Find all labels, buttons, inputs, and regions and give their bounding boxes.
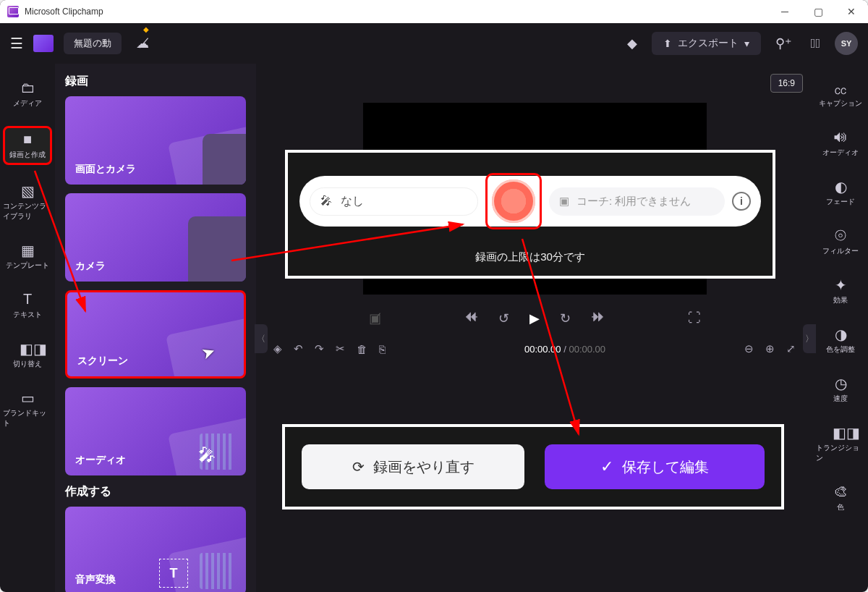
zoom-out-icon[interactable]: ⊖ <box>744 342 754 355</box>
rail-fade[interactable]: ◐フェード <box>816 175 865 210</box>
rail-brand[interactable]: ▭ブランドキット <box>3 386 52 431</box>
filter-icon: ⦾ <box>833 227 848 243</box>
upload-icon: ⬆ <box>663 38 672 49</box>
duplicate-icon[interactable]: ⎘ <box>379 343 386 355</box>
record-overlay: 🎤︎ なし ▣ コーチ: 利用できません i 録画の上限は30分です <box>285 150 775 279</box>
retry-record-button[interactable]: ⟳ 録画をやり直す <box>302 444 524 489</box>
hamburger-menu[interactable]: ☰ <box>10 35 23 52</box>
minimize-button[interactable]: ─ <box>768 0 801 23</box>
rail-library[interactable]: ▧コンテンツライブラリ <box>3 179 52 224</box>
speed-icon: ◷ <box>833 375 848 391</box>
undo-icon[interactable]: ↶ <box>294 342 303 355</box>
collapse-right-button[interactable]: 〉 <box>803 324 816 353</box>
clipchamp-logo <box>33 35 54 52</box>
info-icon[interactable]: i <box>732 192 751 211</box>
rail-transition[interactable]: ◧◨切り替え <box>3 337 52 372</box>
fit-icon[interactable]: ⤢ <box>786 342 796 355</box>
rail-captions[interactable]: ㏄キャプション <box>816 77 865 111</box>
tag-icon[interactable]: ◈ <box>273 342 282 355</box>
text-icon: T <box>20 291 35 307</box>
app-title: Microsoft Clipchamp <box>25 7 103 17</box>
project-name[interactable]: 無題の動 <box>64 33 122 54</box>
premium-icon[interactable]: ◆ <box>623 31 642 56</box>
playback-controls: ▣̸ ⯬ ↺ ▶ ↻ ⯮ ⛶ <box>266 310 803 326</box>
action-overlay: ⟳ 録画をやり直す ✓ 保存して編集 <box>282 424 784 509</box>
sound-icon: 🔊︎ <box>833 129 848 145</box>
rail-record-create[interactable]: ■録画と作成 <box>3 126 52 165</box>
export-button[interactable]: ⬆ エクスポート ▾ <box>652 32 761 55</box>
contrast-icon: ◑ <box>833 326 848 342</box>
play-icon[interactable]: ▶ <box>529 310 540 326</box>
crop-icon[interactable]: ▣̸ <box>369 310 381 326</box>
forward-icon[interactable]: ↻ <box>560 310 571 326</box>
left-rail: 🗀メディア ■録画と作成 ▧コンテンツライブラリ ▦テンプレート Tテキスト ◧… <box>0 64 55 592</box>
delete-icon[interactable]: 🗑 <box>357 343 367 355</box>
sync-off-icon[interactable]: ☁̸◆ <box>132 31 153 56</box>
grid-icon: ▦ <box>20 242 35 258</box>
mic-icon: 🎤︎ <box>320 195 332 208</box>
rail-transitions[interactable]: ◧◨トランジション <box>816 421 865 466</box>
timeline-toolbar: ◈ ↶ ↷ ✂ 🗑 ⎘ 00:00.00 / 00:00.00 ⊖ ⊕ ⤢ <box>266 342 803 355</box>
maximize-button[interactable]: ▢ <box>801 0 835 23</box>
refresh-icon: ⟳ <box>352 458 365 475</box>
rail-effects[interactable]: ✦効果 <box>816 274 865 308</box>
top-toolbar: ☰ 無題の動 ☁̸◆ ◆ ⬆ エクスポート ▾ ⚲⁺ ？⃝ SY <box>0 23 868 64</box>
stack-icon: ▧ <box>20 182 35 198</box>
coach-icon: ▣ <box>559 195 569 208</box>
rail-text[interactable]: Tテキスト <box>3 288 52 323</box>
fx-icon: ✦ <box>833 276 848 292</box>
rail-color[interactable]: 🎨︎色 <box>816 481 865 515</box>
close-button[interactable]: ✕ <box>835 0 868 23</box>
side-panel: 録画 画面とカメラ カメラ スクリーン➤ 🎤︎オーディオ 作成する T音声変換 <box>55 64 256 592</box>
rail-templates[interactable]: ▦テンプレート <box>3 239 52 274</box>
card-voice[interactable]: T音声変換 <box>65 507 246 592</box>
rewind-icon[interactable]: ↺ <box>498 310 509 326</box>
coach-field[interactable]: ▣ コーチ: 利用できません <box>549 187 725 216</box>
skip-end-icon[interactable]: ⯮ <box>591 310 604 326</box>
stage: 〈 16:9 ▣̸ ⯬ ↺ ▶ ↻ ⯮ ⛶ ◈ ↶ ↷ ✂ 🗑 ⎘ 0 <box>256 64 813 592</box>
card-screen-camera[interactable]: 画面とカメラ <box>65 96 246 185</box>
brand-icon: ▭ <box>20 389 35 405</box>
user-avatar[interactable]: SY <box>835 32 858 55</box>
save-edit-button[interactable]: ✓ 保存して編集 <box>545 444 765 489</box>
share-icon[interactable]: ⚲⁺ <box>771 31 796 56</box>
fade-icon: ◐ <box>833 178 848 194</box>
card-camera[interactable]: カメラ <box>65 193 246 282</box>
help-icon[interactable]: ？⃝ <box>807 32 825 56</box>
app-icon <box>7 6 19 17</box>
rail-color-adjust[interactable]: ◑色を調整 <box>816 323 865 358</box>
right-rail: 〉 ㏄キャプション 🔊︎オーディオ ◐フェード ⦾フィルター ✦効果 ◑色を調整… <box>813 64 868 592</box>
window-controls: ─ ▢ ✕ <box>768 0 868 23</box>
title-bar: Microsoft Clipchamp ─ ▢ ✕ <box>0 0 868 23</box>
panel-heading-create: 作成する <box>65 484 246 499</box>
folder-icon: 🗀 <box>20 80 35 96</box>
premium-badge-icon: ◆ <box>143 25 149 33</box>
redo-icon[interactable]: ↷ <box>315 342 324 355</box>
card-screen[interactable]: スクリーン➤ <box>65 290 246 379</box>
fullscreen-icon[interactable]: ⛶ <box>688 310 701 326</box>
rail-audio[interactable]: 🔊︎オーディオ <box>816 126 865 161</box>
rail-speed[interactable]: ◷速度 <box>816 372 865 407</box>
zoom-in-icon[interactable]: ⊕ <box>765 342 775 355</box>
cc-icon: ㏄ <box>833 80 848 96</box>
transition-icon: ◧◨ <box>20 340 35 356</box>
timecode: 00:00.00 / 00:00.00 <box>524 344 605 355</box>
camera-icon: ■ <box>20 131 35 147</box>
cut-icon[interactable]: ✂ <box>336 342 345 355</box>
chevron-down-icon: ▾ <box>744 38 749 49</box>
check-icon: ✓ <box>600 457 613 476</box>
mic-select[interactable]: 🎤︎ なし <box>310 187 478 216</box>
trans-icon: ◧◨ <box>833 424 848 440</box>
mic-icon: 🎤︎ <box>198 445 216 465</box>
card-audio[interactable]: 🎤︎オーディオ <box>65 387 246 475</box>
panel-heading-record: 録画 <box>65 74 246 89</box>
skip-start-icon[interactable]: ⯬ <box>465 310 478 326</box>
record-limit-text: 録画の上限は30分です <box>288 250 773 264</box>
palette-icon: 🎨︎ <box>833 483 848 499</box>
aspect-ratio[interactable]: 16:9 <box>770 74 803 93</box>
rail-filter[interactable]: ⦾フィルター <box>816 224 865 259</box>
collapse-panel-button[interactable]: 〈 <box>255 324 268 353</box>
rail-media[interactable]: 🗀メディア <box>3 77 52 111</box>
record-button[interactable] <box>490 177 537 225</box>
